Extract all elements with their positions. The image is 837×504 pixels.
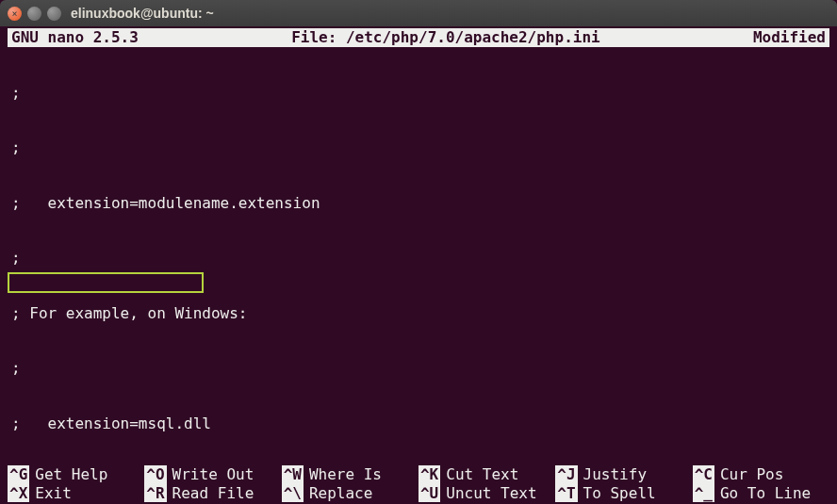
shortcut-key: ^X (8, 484, 29, 503)
shortcut-to-spell[interactable]: ^T To Spell (555, 484, 692, 503)
shortcut-key: ^C (693, 465, 714, 484)
shortcut-label: Read File (172, 484, 254, 503)
shortcut-key: ^O (144, 465, 166, 484)
shortcut-uncut-text[interactable]: ^U Uncut Text (418, 484, 555, 503)
editor-content[interactable]: ; ; ; extension=modulename.extension ; ;… (4, 47, 833, 505)
editor-line: ; (11, 359, 826, 378)
shortcut-label: To Spell (583, 484, 656, 503)
nano-header: GNU nano 2.5.3 File: /etc/php/7.0/apache… (8, 28, 829, 47)
shortcut-bar: ^G Get Help ^O Write Out ^W Where Is ^K … (4, 465, 833, 502)
editor-line: ; (11, 84, 826, 103)
shortcut-key: ^J (555, 465, 577, 484)
maximize-icon[interactable] (47, 7, 61, 21)
shortcut-key: ^G (8, 465, 29, 484)
window-title: elinuxbook@ubuntu: ~ (71, 6, 214, 21)
shortcut-cur-pos[interactable]: ^C Cur Pos (693, 465, 829, 484)
editor-line: ; (11, 249, 826, 268)
shortcut-key: ^R (144, 484, 166, 503)
shortcut-key: ^W (282, 465, 304, 484)
shortcut-exit[interactable]: ^X Exit (8, 484, 144, 503)
shortcut-where-is[interactable]: ^W Where Is (282, 465, 418, 484)
editor-line: ; (11, 138, 826, 157)
terminal[interactable]: GNU nano 2.5.3 File: /etc/php/7.0/apache… (0, 26, 837, 504)
shortcut-label: Get Help (35, 465, 107, 484)
shortcut-key: ^U (418, 484, 440, 503)
shortcut-replace[interactable]: ^\ Replace (282, 484, 418, 503)
shortcut-write-out[interactable]: ^O Write Out (144, 465, 281, 484)
editor-line: ; For example, on Windows: (11, 304, 826, 323)
nano-status: Modified (753, 28, 826, 47)
shortcut-label: Go To Line (720, 484, 811, 503)
close-icon[interactable]: × (8, 7, 22, 21)
shortcut-justify[interactable]: ^J Justify (555, 465, 692, 484)
shortcut-label: Cut Text (446, 465, 518, 484)
shortcut-cut-text[interactable]: ^K Cut Text (418, 465, 555, 484)
shortcut-read-file[interactable]: ^R Read File (144, 484, 281, 503)
shortcut-label: Where Is (309, 465, 382, 484)
window-titlebar: × elinuxbook@ubuntu: ~ (0, 0, 837, 26)
shortcut-get-help[interactable]: ^G Get Help (8, 465, 144, 484)
editor-line: ; extension=msql.dll (11, 415, 826, 433)
shortcut-key: ^K (418, 465, 440, 484)
shortcut-label: Justify (583, 465, 647, 484)
shortcut-label: Uncut Text (446, 484, 536, 503)
shortcut-key: ^\ (282, 484, 304, 503)
shortcut-label: Exit (35, 484, 72, 503)
shortcut-key: ^T (555, 484, 577, 503)
minimize-icon[interactable] (27, 7, 41, 21)
shortcut-label: Cur Pos (720, 465, 783, 484)
window-controls: × (8, 7, 61, 21)
shortcut-row: ^X Exit ^R Read File ^\ Replace ^U Uncut… (4, 484, 833, 503)
shortcut-label: Write Out (172, 465, 254, 484)
shortcut-go-to-line[interactable]: ^_ Go To Line (693, 484, 829, 503)
nano-version: GNU nano 2.5.3 (11, 28, 139, 47)
shortcut-label: Replace (309, 484, 372, 503)
editor-line: ; extension=modulename.extension (11, 194, 826, 213)
shortcut-row: ^G Get Help ^O Write Out ^W Where Is ^K … (4, 465, 833, 484)
shortcut-key: ^_ (693, 484, 714, 503)
nano-file: File: /etc/php/7.0/apache2/php.ini (139, 28, 753, 47)
